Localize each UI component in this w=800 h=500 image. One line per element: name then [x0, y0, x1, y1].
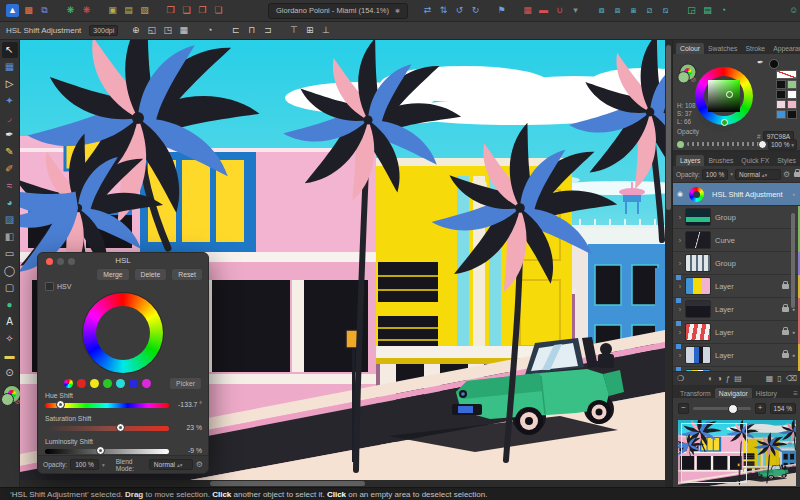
- swatch[interactable]: [787, 80, 797, 89]
- fill-stroke-indicator[interactable]: ⊘: [1, 386, 19, 406]
- edit-dot-icon[interactable]: ●: [792, 191, 795, 197]
- colour-wheel[interactable]: [695, 67, 753, 125]
- affinity-logo[interactable]: ▲: [6, 4, 19, 17]
- gradient-tool[interactable]: ▨: [2, 212, 18, 228]
- tab-brushes[interactable]: Brushes: [704, 155, 737, 166]
- show-margins-icon[interactable]: ▦: [521, 4, 534, 17]
- document-tab[interactable]: Giordano Poloni - Miami (154.1%) ✱: [268, 3, 408, 19]
- colour-pie-icon[interactable]: ◔: [717, 4, 730, 17]
- colour-picker-tool[interactable]: ✧: [2, 331, 18, 347]
- canvas-vertical-scrollbar[interactable]: [665, 40, 672, 480]
- swatch[interactable]: [776, 100, 786, 109]
- resize-document-icon[interactable]: ◳: [161, 24, 174, 37]
- lock-icon[interactable]: [782, 353, 789, 358]
- fill-tool[interactable]: ◕: [2, 195, 18, 211]
- canvas-horizontal-scrollbar[interactable]: [20, 480, 665, 487]
- brush-tool[interactable]: ✐: [2, 161, 18, 177]
- boolean-subtract-icon[interactable]: ⧈: [611, 4, 624, 17]
- swatch[interactable]: [776, 90, 786, 99]
- boolean-add-icon[interactable]: ⧇: [595, 4, 608, 17]
- layers-gear-icon[interactable]: ⚙: [783, 170, 790, 179]
- rounded-rectangle-tool[interactable]: ▢: [2, 280, 18, 296]
- eyedropper-icon[interactable]: ✒: [757, 58, 764, 67]
- edit-all-layers-icon[interactable]: ❍: [677, 374, 684, 383]
- fill-colour-swatch[interactable]: [1, 393, 14, 406]
- colour-opacity-handle[interactable]: [758, 140, 767, 149]
- zoom-tool[interactable]: ⊙: [2, 365, 18, 381]
- account-icon[interactable]: ☺: [787, 4, 800, 17]
- shape-tool[interactable]: ●: [2, 297, 18, 313]
- zoom-slider[interactable]: [693, 407, 751, 410]
- blend-mode-select[interactable]: Normal ▴▾: [149, 459, 193, 470]
- tab-stroke[interactable]: Stroke: [742, 43, 770, 54]
- align-middle-icon[interactable]: ⊞: [303, 24, 316, 37]
- zoom-slider-handle[interactable]: [728, 404, 738, 414]
- v-scroll-thumb[interactable]: [666, 45, 671, 210]
- layer-row[interactable]: ›Layer●: [673, 275, 800, 298]
- merge-shapes-icon[interactable]: ◲: [685, 4, 698, 17]
- adjustment-red-icon[interactable]: ❋: [80, 4, 93, 17]
- new-pixel-layer-icon[interactable]: ▦: [766, 374, 774, 383]
- document-setup-icon[interactable]: ▦: [177, 24, 190, 37]
- tab-styles[interactable]: Styles: [773, 155, 800, 166]
- flip-vertical-icon[interactable]: ⇅: [437, 4, 450, 17]
- align-left-icon[interactable]: ⊏: [229, 24, 242, 37]
- adjustment-green-icon[interactable]: ❋: [64, 4, 77, 17]
- layer-row[interactable]: ◉HSL Shift Adjustment●: [673, 183, 800, 206]
- snapping-icon[interactable]: ∪: [553, 4, 566, 17]
- colour-dot[interactable]: [77, 379, 86, 388]
- order-back-icon[interactable]: ❒: [164, 4, 177, 17]
- dpi-value[interactable]: 300dpi: [89, 25, 118, 36]
- pencil-tool[interactable]: ✎: [2, 144, 18, 160]
- colour-dot[interactable]: [103, 379, 112, 388]
- adjustment-layer-icon[interactable]: ◑: [717, 374, 722, 383]
- colour-dot[interactable]: [90, 379, 99, 388]
- layer-fx-icon[interactable]: ƒ: [726, 374, 730, 383]
- mask-layer-icon[interactable]: ◐: [708, 374, 713, 383]
- colour-wheel-dot[interactable]: [64, 379, 73, 388]
- artboard-tool[interactable]: ▦: [2, 59, 18, 75]
- colour-opacity-slider[interactable]: [687, 142, 765, 146]
- swatch[interactable]: [787, 110, 797, 119]
- navigator-thumbnail[interactable]: [678, 420, 796, 486]
- blend-mode-dropdown[interactable]: Normal ▴▾: [735, 169, 781, 180]
- luminosity-shift-handle[interactable]: [96, 446, 105, 455]
- export-slices-icon[interactable]: ▤: [701, 4, 714, 17]
- tab-colour[interactable]: Colour: [676, 43, 704, 54]
- ruler-tool[interactable]: ▬: [2, 348, 18, 364]
- swatch[interactable]: [776, 70, 797, 79]
- boolean-combine-icon[interactable]: ⧅: [659, 4, 672, 17]
- align-right-icon[interactable]: ⊐: [261, 24, 274, 37]
- dialog-opacity-value[interactable]: 100 %: [70, 459, 99, 470]
- layer-row[interactable]: ›Group●: [673, 206, 800, 229]
- saturation-shift-handle[interactable]: [116, 423, 125, 432]
- layer-row[interactable]: ›Group●: [673, 252, 800, 275]
- layer-row[interactable]: ›Curve●: [673, 229, 800, 252]
- close-button[interactable]: [46, 258, 53, 265]
- layers-lock-icon[interactable]: [794, 172, 800, 177]
- layer-row[interactable]: ›Layer●: [673, 298, 800, 321]
- rotate-ccw-icon[interactable]: ↺: [453, 4, 466, 17]
- saturation-shift-slider[interactable]: [45, 426, 169, 431]
- tab-layers[interactable]: Layers: [676, 155, 704, 166]
- zoom-button[interactable]: [68, 258, 75, 265]
- hsv-checkbox[interactable]: [45, 282, 54, 291]
- picker-button[interactable]: Picker: [169, 377, 202, 390]
- transparency-tool[interactable]: ◧: [2, 229, 18, 245]
- show-guides-icon[interactable]: ▬: [537, 4, 550, 17]
- zoom-value[interactable]: 154 %: [770, 403, 796, 414]
- boolean-divide-icon[interactable]: ⧄: [643, 4, 656, 17]
- order-backward-icon[interactable]: ❑: [180, 4, 193, 17]
- ellipse-tool[interactable]: ◯: [2, 263, 18, 279]
- colour-dot[interactable]: [129, 379, 138, 388]
- delete-layer-icon[interactable]: ⌫: [786, 374, 797, 383]
- saturation-value-box[interactable]: [708, 80, 740, 112]
- lock-icon[interactable]: [782, 330, 789, 335]
- cycle-selection-icon[interactable]: ⊕: [129, 24, 142, 37]
- minimize-button[interactable]: [57, 258, 64, 265]
- swatch[interactable]: [787, 90, 797, 99]
- pixel-persona-icon[interactable]: ▩: [22, 4, 35, 17]
- lock-icon[interactable]: [782, 307, 789, 312]
- select-lasso-icon[interactable]: ▤: [122, 4, 135, 17]
- navigator-viewport-rect[interactable]: [681, 423, 747, 483]
